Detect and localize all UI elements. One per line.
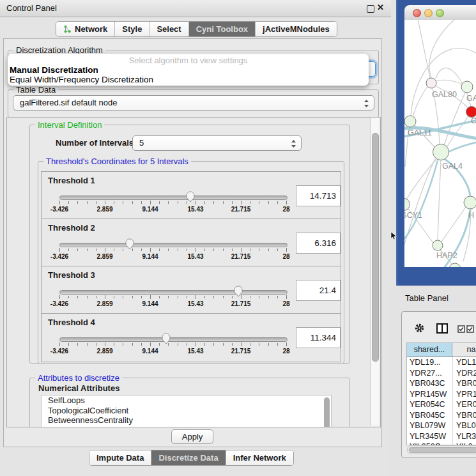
settings-scrollbar-thumb[interactable] bbox=[372, 133, 379, 362]
slider-track[interactable] bbox=[59, 196, 288, 200]
attribute-item-selfloops[interactable]: SelfLoops bbox=[42, 395, 331, 406]
network-node-node-bottom[interactable] bbox=[449, 263, 461, 267]
network-node-gal80[interactable] bbox=[426, 78, 436, 88]
tab-discretize-data[interactable]: Discretize Data bbox=[151, 450, 226, 465]
tab-cyni-toolbox[interactable]: Cyni Toolbox bbox=[189, 22, 256, 36]
table-row[interactable]: YDR27...YDR2 bbox=[407, 368, 476, 379]
threshold-value-field[interactable]: 21.4 bbox=[296, 280, 341, 301]
threshold-value-field[interactable]: 6.316 bbox=[296, 233, 341, 254]
tab-impute-data[interactable]: Impute Data bbox=[89, 450, 151, 465]
tick-mark bbox=[114, 343, 114, 346]
table-horizontal-scrollbar[interactable] bbox=[407, 445, 476, 454]
tab-select[interactable]: Select bbox=[150, 22, 188, 36]
node-label-hap2: HAP2 bbox=[436, 251, 457, 260]
slider-track[interactable] bbox=[59, 290, 288, 295]
float-window-icon[interactable] bbox=[367, 5, 374, 13]
slider-thumb[interactable] bbox=[162, 333, 171, 344]
network-node-gal4[interactable] bbox=[433, 144, 449, 160]
toolbox-tab-bar: NetworkStyleSelectCyni ToolboxjActiveMNo… bbox=[56, 21, 337, 37]
cell-shared-name: YPR145W bbox=[407, 389, 453, 400]
number-of-intervals-combo[interactable]: 5 bbox=[132, 135, 302, 151]
tick-mark bbox=[232, 343, 233, 346]
table-row[interactable]: YPR145WYPR1 bbox=[407, 389, 476, 400]
tick-mark bbox=[268, 343, 269, 346]
table-row[interactable]: YLR345WYLR3 bbox=[407, 431, 476, 442]
list-scrollbar-thumb[interactable] bbox=[324, 397, 330, 427]
tick-label: 2.859 bbox=[86, 300, 124, 307]
table-data-combo[interactable]: galFiltered.sif default node bbox=[13, 95, 374, 111]
tick-mark bbox=[141, 201, 142, 204]
threshold-value-field[interactable]: 11.344 bbox=[296, 327, 341, 348]
tick-mark bbox=[77, 343, 78, 346]
apply-button[interactable]: Apply bbox=[171, 429, 213, 444]
cyni-mode-tab-bar: Impute DataDiscretize DataInfer Network bbox=[89, 450, 294, 466]
table-row[interactable]: YBR045CYBR0 bbox=[407, 410, 476, 421]
network-node-node-h[interactable] bbox=[464, 196, 476, 209]
table-row[interactable]: YDL19...YDL1 bbox=[407, 357, 476, 368]
network-node-hap2[interactable] bbox=[433, 240, 443, 250]
column-header-na[interactable]: na bbox=[452, 343, 476, 357]
threshold-value-field[interactable]: 14.713 bbox=[296, 185, 341, 206]
tick-mark bbox=[187, 249, 187, 251]
close-traffic-light[interactable] bbox=[413, 9, 421, 17]
cell-shared-name: YDL19... bbox=[407, 357, 453, 368]
tick-mark bbox=[196, 201, 196, 204]
slider-thumb[interactable] bbox=[186, 191, 195, 203]
tab-infer-network[interactable]: Infer Network bbox=[226, 450, 293, 465]
table-row[interactable]: YER054CYER0 bbox=[407, 399, 476, 410]
network-edge[interactable] bbox=[417, 20, 430, 78]
attributes-group: Attributes to discretize Numerical Attri… bbox=[29, 378, 350, 427]
split-columns-icon[interactable] bbox=[436, 323, 448, 335]
tab-jactivemnodules[interactable]: jActiveMNodules bbox=[256, 22, 337, 36]
tab-style[interactable]: Style bbox=[115, 22, 150, 36]
close-icon[interactable]: ✕ bbox=[377, 3, 384, 12]
combo-arrows-icon bbox=[364, 98, 369, 112]
tick-mark bbox=[68, 343, 69, 346]
settings-scrollbar[interactable] bbox=[370, 118, 380, 426]
network-node-gcy1[interactable] bbox=[404, 199, 410, 211]
checkbox-checked-icon[interactable] bbox=[457, 325, 465, 335]
tab-label: Impute Data bbox=[96, 453, 144, 463]
slider-thumb[interactable] bbox=[234, 286, 243, 297]
network-edge[interactable] bbox=[448, 142, 476, 152]
network-edge[interactable] bbox=[436, 80, 462, 84]
network-icon bbox=[63, 25, 72, 33]
network-node-gal11[interactable] bbox=[404, 116, 416, 127]
slider-thumb[interactable] bbox=[125, 238, 134, 250]
popup-option-manual-discretization[interactable]: Manual Discretization bbox=[10, 65, 98, 75]
column-header-shared-[interactable]: shared... bbox=[407, 343, 452, 357]
table-row[interactable]: YBL079WYBL0 bbox=[407, 420, 476, 431]
tick-mark bbox=[68, 296, 69, 298]
tick-mark bbox=[232, 296, 233, 298]
table-scrollbar-thumb[interactable] bbox=[409, 447, 476, 453]
cell-name: YBR0 bbox=[453, 378, 476, 389]
mouse-cursor bbox=[390, 231, 397, 241]
gear-icon[interactable] bbox=[414, 323, 425, 335]
checkbox-checked-icon[interactable] bbox=[466, 325, 474, 335]
threshold-label: Threshold 4 bbox=[48, 318, 95, 327]
tick-label: 2.859 bbox=[86, 253, 124, 260]
tick-mark bbox=[96, 343, 96, 346]
network-node-node-top-right[interactable] bbox=[461, 81, 473, 93]
network-edge[interactable] bbox=[438, 160, 441, 240]
tab-label: Network bbox=[75, 24, 107, 34]
network-edge[interactable] bbox=[413, 86, 427, 116]
tick-mark bbox=[277, 249, 278, 251]
slider-track[interactable] bbox=[59, 243, 288, 247]
tick-mark bbox=[159, 201, 160, 204]
zoom-traffic-light[interactable] bbox=[436, 9, 444, 17]
tab-network[interactable]: Network bbox=[56, 22, 115, 36]
network-canvas[interactable]: GAL80GACGAL11GAL4GCY1HHAP2 bbox=[404, 20, 476, 267]
tick-mark bbox=[114, 201, 114, 204]
tick-mark bbox=[159, 249, 160, 251]
table-row[interactable]: YBR043CYBR0 bbox=[407, 378, 476, 389]
numerical-attributes-list[interactable]: SelfLoopsTopologicalCoefficientBetweenne… bbox=[41, 395, 332, 427]
tick-mark bbox=[277, 296, 278, 298]
minimize-traffic-light[interactable] bbox=[424, 9, 433, 17]
attribute-item-betweennesscentrality[interactable]: BetweennessCentrality bbox=[42, 415, 331, 426]
network-node-node-red[interactable] bbox=[466, 107, 476, 118]
popup-option-equal-width-frequency[interactable]: Equal Width/Frequency Discretization bbox=[10, 75, 153, 84]
node-label-h: H bbox=[468, 211, 474, 220]
attribute-item-topologicalcoefficient[interactable]: TopologicalCoefficient bbox=[42, 406, 331, 416]
slider-track[interactable] bbox=[59, 337, 288, 342]
